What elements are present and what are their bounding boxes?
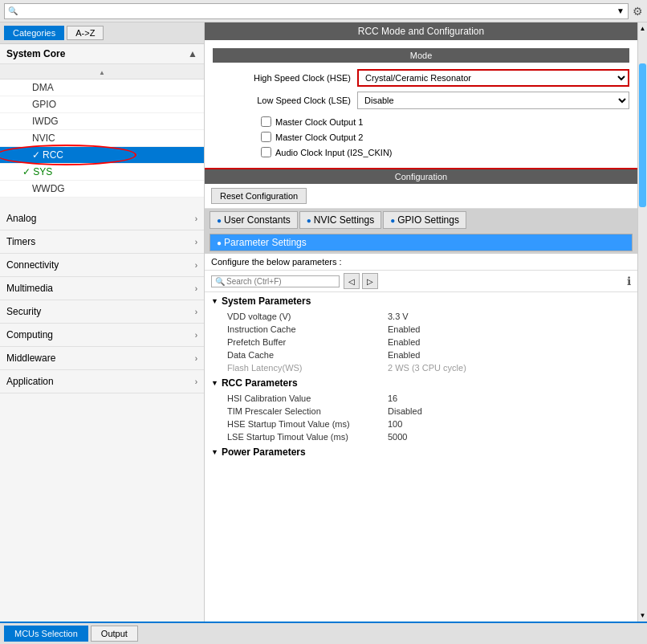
param-vdd-value: 3.3 V xyxy=(388,312,409,321)
config-title: Configuration xyxy=(205,169,637,184)
sidebar-item-nvic[interactable]: NVIC xyxy=(0,130,204,147)
config-note: Configure the below parameters : xyxy=(205,254,637,271)
right-scrollbar[interactable]: ▲ ▼ xyxy=(637,22,647,622)
param-lse-startup-name: LSE Startup Timout Value (ms) xyxy=(227,432,388,442)
system-core-items: DMA GPIO IWDG NVIC ✓RCC SYS WWDG xyxy=(0,79,204,198)
i2s-row: Audio Clock Input (I2S_CKIN) xyxy=(213,145,629,160)
mco2-checkbox[interactable] xyxy=(261,132,271,142)
sidebar-item-sys[interactable]: SYS xyxy=(0,164,204,181)
search-icon: 🔍 xyxy=(8,6,18,15)
param-prefetch: Prefetch Buffer Enabled xyxy=(211,336,631,348)
i2s-checkbox[interactable] xyxy=(261,147,271,157)
sidebar-item-wwdg[interactable]: WWDG xyxy=(0,181,204,198)
param-vdd-name: VDD voltage (V) xyxy=(227,312,388,321)
param-vdd: VDD voltage (V) 3.3 V xyxy=(211,310,631,323)
scroll-thumb[interactable] xyxy=(639,63,646,207)
application-label: Application xyxy=(6,376,54,387)
connectivity-arrow-icon: › xyxy=(195,261,197,270)
bottom-bar: MCUs Selection Output xyxy=(0,622,647,644)
param-dcache: Data Cache Enabled xyxy=(211,348,631,361)
mode-title: Mode xyxy=(213,48,629,63)
system-core-header[interactable]: System Core ▲ xyxy=(0,44,204,64)
bottom-tab-output[interactable]: Output xyxy=(91,626,138,642)
reset-config-button[interactable]: Reset Configuration xyxy=(211,188,307,204)
sidebar-item-connectivity[interactable]: Connectivity › xyxy=(0,254,204,277)
hse-row: High Speed Clock (HSE) Crystal/Ceramic R… xyxy=(213,69,629,87)
mco2-label: Master Clock Output 2 xyxy=(275,132,363,142)
sidebar-item-timers[interactable]: Timers › xyxy=(0,230,204,254)
sidebar-item-rcc[interactable]: ✓RCC xyxy=(0,147,204,164)
param-icache-value: Enabled xyxy=(388,324,420,334)
lse-label: Low Speed Clock (LSE) xyxy=(213,96,357,105)
right-panel: RCC Mode and Configuration Mode High Spe… xyxy=(205,22,637,622)
scroll-track[interactable] xyxy=(638,35,647,609)
tab-parameter-settings[interactable]: ● Parameter Settings xyxy=(210,234,633,251)
sidebar-item-middleware[interactable]: Middleware › xyxy=(0,347,204,370)
param-icache: Instruction Cache Enabled xyxy=(211,323,631,336)
power-params-header[interactable]: ▼ Power Parameters xyxy=(211,443,631,461)
param-flash-value: 2 WS (3 CPU cycle) xyxy=(388,363,466,373)
bottom-tab-mcus[interactable]: MCUs Selection xyxy=(4,626,88,642)
gear-button[interactable]: ⚙ xyxy=(633,5,643,18)
tab-user-constants[interactable]: ● User Constants xyxy=(210,211,298,229)
param-lse-startup-value: 5000 xyxy=(388,432,407,442)
security-label: Security xyxy=(6,306,41,317)
param-hsi-cal-value: 16 xyxy=(388,393,397,403)
sidebar-item-gpio[interactable]: GPIO xyxy=(0,96,204,113)
param-search-box[interactable]: 🔍 xyxy=(211,275,340,287)
param-search-input[interactable] xyxy=(226,277,336,286)
collapse-arrow-icon: ▲ xyxy=(188,48,197,59)
search-input[interactable] xyxy=(20,6,616,16)
tab-gpio-settings[interactable]: ● GPIO Settings xyxy=(383,211,466,229)
timers-label: Timers xyxy=(6,236,35,247)
sidebar-item-multimedia[interactable]: Multimedia › xyxy=(0,277,204,300)
param-settings-dot: ● xyxy=(217,238,222,247)
nav-prev-button[interactable]: ◁ xyxy=(344,273,360,289)
computing-arrow-icon: › xyxy=(195,331,197,340)
power-params-label: Power Parameters xyxy=(222,446,306,458)
i2s-label: Audio Clock Input (I2S_CKIN) xyxy=(275,148,393,157)
sidebar-item-analog[interactable]: Analog › xyxy=(0,207,204,230)
sidebar-item-application[interactable]: Application › xyxy=(0,370,204,393)
gpio-settings-label: GPIO Settings xyxy=(397,214,459,226)
sidebar-item-computing[interactable]: Computing › xyxy=(0,324,204,347)
scroll-up-icon[interactable]: ▲ xyxy=(637,22,647,35)
param-hsi-cal-name: HSI Calibration Value xyxy=(227,393,388,403)
application-arrow-icon: › xyxy=(195,377,197,386)
tab-categories[interactable]: Categories xyxy=(4,26,64,40)
tab-az[interactable]: A->Z xyxy=(67,26,104,40)
computing-label: Computing xyxy=(6,329,53,340)
rcc-params-header[interactable]: ▼ RCC Parameters xyxy=(211,374,631,392)
param-prefetch-name: Prefetch Buffer xyxy=(227,337,388,347)
sidebar-item-iwdg[interactable]: IWDG xyxy=(0,113,204,130)
security-arrow-icon: › xyxy=(195,308,197,316)
param-flash: Flash Latency(WS) 2 WS (3 CPU cycle) xyxy=(211,361,631,374)
lse-select[interactable]: Disable Crystal/Ceramic Resonator Bypass… xyxy=(357,92,629,109)
param-hse-startup: HSE Startup Timout Value (ms) 100 xyxy=(211,418,631,430)
param-flash-name: Flash Latency(WS) xyxy=(227,363,388,373)
sidebar-item-security[interactable]: Security › xyxy=(0,300,204,324)
lse-row: Low Speed Clock (LSE) Disable Crystal/Ce… xyxy=(213,92,629,109)
mco1-checkbox[interactable] xyxy=(261,116,271,127)
search-box[interactable]: 🔍 ▼ xyxy=(4,3,629,19)
system-params-header[interactable]: ▼ System Parameters xyxy=(211,292,631,310)
gpio-settings-dot: ● xyxy=(390,216,395,225)
panel-title: RCC Mode and Configuration xyxy=(205,22,637,40)
nav-next-button[interactable]: ▷ xyxy=(362,273,378,289)
param-search-icon: 🔍 xyxy=(215,277,225,286)
system-core-label: System Core xyxy=(6,48,65,59)
hse-select[interactable]: Crystal/Ceramic Resonator Disable Bypass… xyxy=(357,69,629,87)
multimedia-label: Multimedia xyxy=(6,283,53,294)
scroll-down-icon[interactable]: ▼ xyxy=(637,609,647,622)
param-tim-pre-value: Disabled xyxy=(388,406,422,416)
param-hse-startup-value: 100 xyxy=(388,419,402,429)
system-params-tri-icon: ▼ xyxy=(211,297,218,305)
analog-label: Analog xyxy=(6,213,36,224)
dropdown-arrow[interactable]: ▼ xyxy=(616,6,625,15)
tab-nvic-settings[interactable]: ● NVIC Settings xyxy=(299,211,381,229)
hse-label: High Speed Clock (HSE) xyxy=(213,73,357,83)
config-tabs-row2: ● Parameter Settings xyxy=(205,231,637,254)
param-dcache-value: Enabled xyxy=(388,350,420,360)
nvic-settings-label: NVIC Settings xyxy=(314,214,374,226)
sidebar-item-dma[interactable]: DMA xyxy=(0,79,204,96)
